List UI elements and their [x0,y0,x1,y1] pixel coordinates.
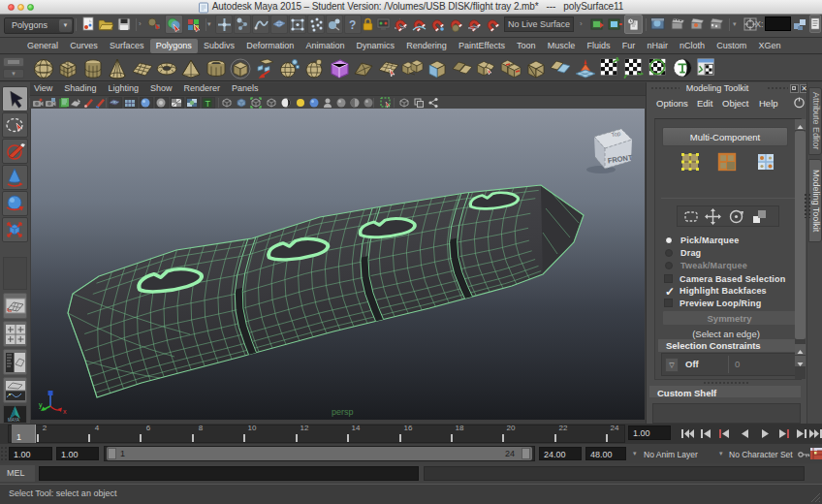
svg-text:y: y [39,401,43,409]
svg-text:persp: persp [332,407,354,417]
svg-text:MAYA: MAYA [8,418,19,423]
svg-text:?: ? [349,18,356,32]
svg-text:T: T [206,99,211,109]
svg-text:x: x [63,408,67,415]
